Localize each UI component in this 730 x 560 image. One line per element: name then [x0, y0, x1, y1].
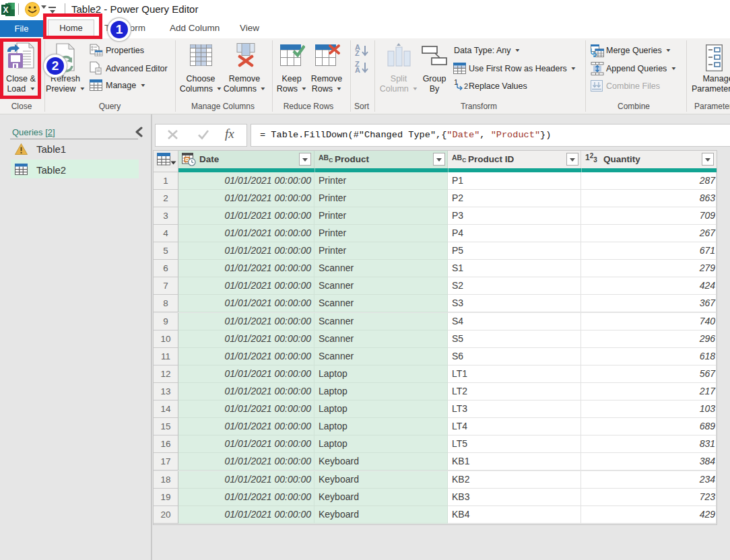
svg-text:X: X — [3, 5, 8, 15]
